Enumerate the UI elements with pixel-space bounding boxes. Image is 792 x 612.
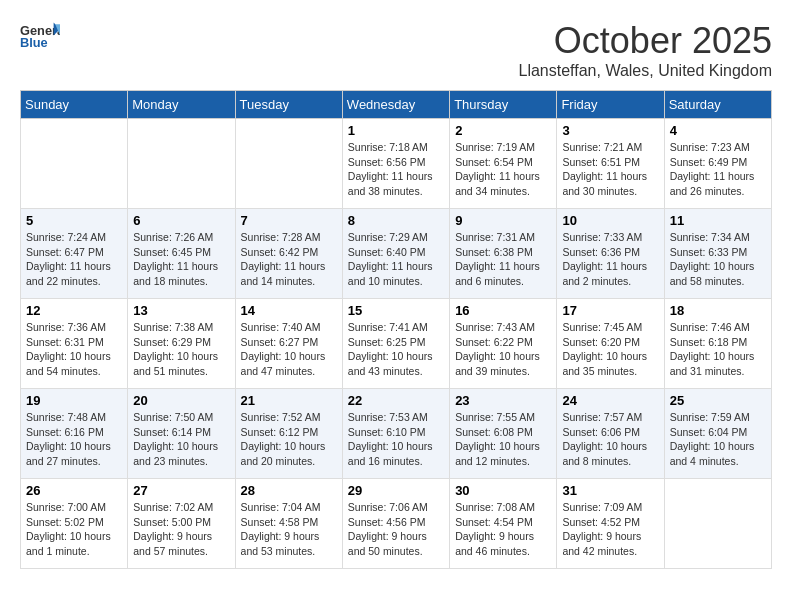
calendar-cell: 24Sunrise: 7:57 AMSunset: 6:06 PMDayligh…: [557, 389, 664, 479]
page-header: General Blue October 2025 Llansteffan, W…: [20, 20, 772, 80]
calendar-cell: 21Sunrise: 7:52 AMSunset: 6:12 PMDayligh…: [235, 389, 342, 479]
day-info: Sunrise: 7:41 AMSunset: 6:25 PMDaylight:…: [348, 320, 444, 379]
day-info: Sunrise: 7:18 AMSunset: 6:56 PMDaylight:…: [348, 140, 444, 199]
day-info: Sunrise: 7:09 AMSunset: 4:52 PMDaylight:…: [562, 500, 658, 559]
calendar-cell: 15Sunrise: 7:41 AMSunset: 6:25 PMDayligh…: [342, 299, 449, 389]
day-info: Sunrise: 7:00 AMSunset: 5:02 PMDaylight:…: [26, 500, 122, 559]
calendar-cell: 6Sunrise: 7:26 AMSunset: 6:45 PMDaylight…: [128, 209, 235, 299]
calendar-cell: 20Sunrise: 7:50 AMSunset: 6:14 PMDayligh…: [128, 389, 235, 479]
day-number: 6: [133, 213, 229, 228]
day-info: Sunrise: 7:26 AMSunset: 6:45 PMDaylight:…: [133, 230, 229, 289]
calendar-cell: 22Sunrise: 7:53 AMSunset: 6:10 PMDayligh…: [342, 389, 449, 479]
day-number: 24: [562, 393, 658, 408]
weekday-header: Thursday: [450, 91, 557, 119]
calendar-cell: 17Sunrise: 7:45 AMSunset: 6:20 PMDayligh…: [557, 299, 664, 389]
day-info: Sunrise: 7:38 AMSunset: 6:29 PMDaylight:…: [133, 320, 229, 379]
weekday-header: Monday: [128, 91, 235, 119]
day-number: 3: [562, 123, 658, 138]
weekday-header-row: SundayMondayTuesdayWednesdayThursdayFrid…: [21, 91, 772, 119]
calendar-cell: 5Sunrise: 7:24 AMSunset: 6:47 PMDaylight…: [21, 209, 128, 299]
logo: General Blue: [20, 20, 60, 50]
day-info: Sunrise: 7:55 AMSunset: 6:08 PMDaylight:…: [455, 410, 551, 469]
day-info: Sunrise: 7:04 AMSunset: 4:58 PMDaylight:…: [241, 500, 337, 559]
weekday-header: Friday: [557, 91, 664, 119]
day-number: 8: [348, 213, 444, 228]
calendar-cell: 28Sunrise: 7:04 AMSunset: 4:58 PMDayligh…: [235, 479, 342, 569]
day-number: 11: [670, 213, 766, 228]
day-number: 15: [348, 303, 444, 318]
svg-text:Blue: Blue: [20, 35, 48, 50]
calendar-cell: 14Sunrise: 7:40 AMSunset: 6:27 PMDayligh…: [235, 299, 342, 389]
weekday-header: Sunday: [21, 91, 128, 119]
day-info: Sunrise: 7:57 AMSunset: 6:06 PMDaylight:…: [562, 410, 658, 469]
day-number: 4: [670, 123, 766, 138]
calendar-cell: 18Sunrise: 7:46 AMSunset: 6:18 PMDayligh…: [664, 299, 771, 389]
calendar-cell: [21, 119, 128, 209]
day-number: 28: [241, 483, 337, 498]
day-number: 5: [26, 213, 122, 228]
calendar-cell: 1Sunrise: 7:18 AMSunset: 6:56 PMDaylight…: [342, 119, 449, 209]
calendar-cell: 31Sunrise: 7:09 AMSunset: 4:52 PMDayligh…: [557, 479, 664, 569]
day-number: 17: [562, 303, 658, 318]
day-number: 21: [241, 393, 337, 408]
weekday-header: Saturday: [664, 91, 771, 119]
day-info: Sunrise: 7:33 AMSunset: 6:36 PMDaylight:…: [562, 230, 658, 289]
day-info: Sunrise: 7:29 AMSunset: 6:40 PMDaylight:…: [348, 230, 444, 289]
day-info: Sunrise: 7:40 AMSunset: 6:27 PMDaylight:…: [241, 320, 337, 379]
day-info: Sunrise: 7:45 AMSunset: 6:20 PMDaylight:…: [562, 320, 658, 379]
calendar-week-row: 26Sunrise: 7:00 AMSunset: 5:02 PMDayligh…: [21, 479, 772, 569]
calendar-cell: 11Sunrise: 7:34 AMSunset: 6:33 PMDayligh…: [664, 209, 771, 299]
day-info: Sunrise: 7:48 AMSunset: 6:16 PMDaylight:…: [26, 410, 122, 469]
day-number: 2: [455, 123, 551, 138]
calendar-cell: [664, 479, 771, 569]
calendar-cell: 16Sunrise: 7:43 AMSunset: 6:22 PMDayligh…: [450, 299, 557, 389]
location: Llansteffan, Wales, United Kingdom: [519, 62, 772, 80]
day-number: 7: [241, 213, 337, 228]
day-number: 16: [455, 303, 551, 318]
calendar-week-row: 12Sunrise: 7:36 AMSunset: 6:31 PMDayligh…: [21, 299, 772, 389]
day-number: 29: [348, 483, 444, 498]
day-info: Sunrise: 7:34 AMSunset: 6:33 PMDaylight:…: [670, 230, 766, 289]
day-number: 31: [562, 483, 658, 498]
calendar-cell: 9Sunrise: 7:31 AMSunset: 6:38 PMDaylight…: [450, 209, 557, 299]
day-info: Sunrise: 7:52 AMSunset: 6:12 PMDaylight:…: [241, 410, 337, 469]
month-title: October 2025: [519, 20, 772, 62]
calendar-cell: 27Sunrise: 7:02 AMSunset: 5:00 PMDayligh…: [128, 479, 235, 569]
calendar-cell: 25Sunrise: 7:59 AMSunset: 6:04 PMDayligh…: [664, 389, 771, 479]
day-number: 30: [455, 483, 551, 498]
day-number: 22: [348, 393, 444, 408]
day-number: 25: [670, 393, 766, 408]
calendar-cell: [128, 119, 235, 209]
day-info: Sunrise: 7:31 AMSunset: 6:38 PMDaylight:…: [455, 230, 551, 289]
calendar-week-row: 5Sunrise: 7:24 AMSunset: 6:47 PMDaylight…: [21, 209, 772, 299]
calendar-cell: 4Sunrise: 7:23 AMSunset: 6:49 PMDaylight…: [664, 119, 771, 209]
day-number: 12: [26, 303, 122, 318]
calendar-cell: 2Sunrise: 7:19 AMSunset: 6:54 PMDaylight…: [450, 119, 557, 209]
day-info: Sunrise: 7:28 AMSunset: 6:42 PMDaylight:…: [241, 230, 337, 289]
day-info: Sunrise: 7:08 AMSunset: 4:54 PMDaylight:…: [455, 500, 551, 559]
day-number: 9: [455, 213, 551, 228]
day-number: 18: [670, 303, 766, 318]
calendar-cell: 7Sunrise: 7:28 AMSunset: 6:42 PMDaylight…: [235, 209, 342, 299]
day-number: 19: [26, 393, 122, 408]
day-info: Sunrise: 7:36 AMSunset: 6:31 PMDaylight:…: [26, 320, 122, 379]
calendar-cell: 26Sunrise: 7:00 AMSunset: 5:02 PMDayligh…: [21, 479, 128, 569]
calendar-cell: 29Sunrise: 7:06 AMSunset: 4:56 PMDayligh…: [342, 479, 449, 569]
calendar-cell: 23Sunrise: 7:55 AMSunset: 6:08 PMDayligh…: [450, 389, 557, 479]
day-number: 13: [133, 303, 229, 318]
calendar-cell: 19Sunrise: 7:48 AMSunset: 6:16 PMDayligh…: [21, 389, 128, 479]
calendar-cell: [235, 119, 342, 209]
calendar-table: SundayMondayTuesdayWednesdayThursdayFrid…: [20, 90, 772, 569]
day-number: 27: [133, 483, 229, 498]
logo-icon: General Blue: [20, 20, 60, 50]
day-info: Sunrise: 7:02 AMSunset: 5:00 PMDaylight:…: [133, 500, 229, 559]
day-info: Sunrise: 7:19 AMSunset: 6:54 PMDaylight:…: [455, 140, 551, 199]
calendar-cell: 13Sunrise: 7:38 AMSunset: 6:29 PMDayligh…: [128, 299, 235, 389]
day-number: 14: [241, 303, 337, 318]
day-number: 26: [26, 483, 122, 498]
calendar-week-row: 1Sunrise: 7:18 AMSunset: 6:56 PMDaylight…: [21, 119, 772, 209]
day-info: Sunrise: 7:06 AMSunset: 4:56 PMDaylight:…: [348, 500, 444, 559]
day-info: Sunrise: 7:24 AMSunset: 6:47 PMDaylight:…: [26, 230, 122, 289]
day-number: 20: [133, 393, 229, 408]
day-info: Sunrise: 7:59 AMSunset: 6:04 PMDaylight:…: [670, 410, 766, 469]
